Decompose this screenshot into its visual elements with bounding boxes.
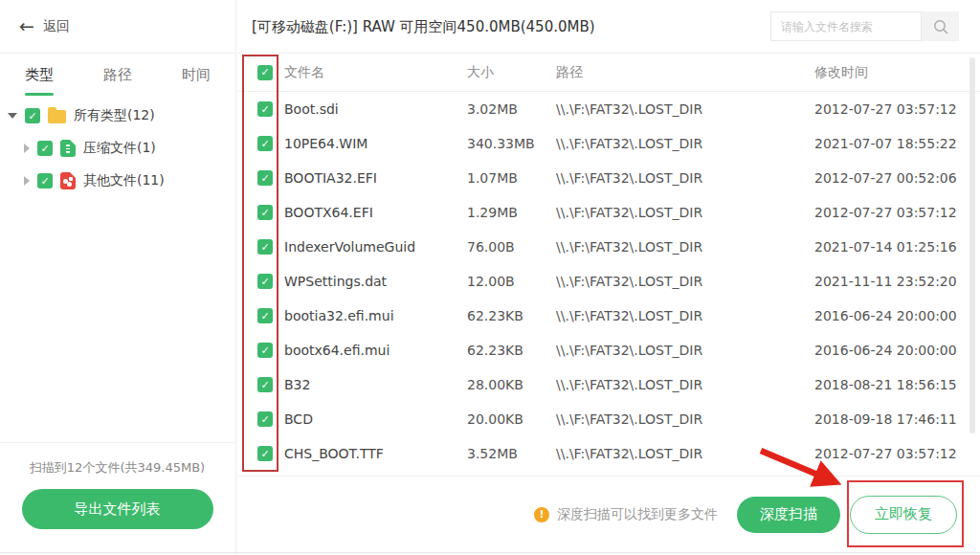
warning-icon: !: [534, 507, 549, 522]
row-checkbox[interactable]: ✓: [257, 239, 273, 255]
file-size-cell: 62.23KB: [467, 308, 556, 323]
recover-now-button[interactable]: 立即恢复: [850, 496, 957, 534]
file-modified-cell: 2012-07-27 03:57:12: [814, 205, 980, 220]
file-path-cell: \\.\F:\FAT32\.LOST_DIR: [556, 377, 814, 392]
search-button[interactable]: [922, 11, 959, 41]
table-row[interactable]: ✓ B32 28.00KB \\.\F:\FAT32\.LOST_DIR 201…: [237, 367, 980, 402]
file-size-cell: 28.00KB: [467, 377, 556, 392]
column-header-filename: 文件名: [284, 64, 467, 81]
row-checkbox[interactable]: ✓: [257, 205, 273, 220]
file-size-cell: 3.02MB: [467, 101, 556, 117]
file-name-cell: BOOTIA32.EFI: [284, 170, 467, 186]
table-row[interactable]: ✓ BCD 20.00KB \\.\F:\FAT32\.LOST_DIR 201…: [237, 402, 980, 436]
column-header-path: 路径: [556, 64, 814, 81]
file-name-cell: Boot.sdi: [284, 101, 467, 117]
tree-item-label: 压缩文件(1): [83, 140, 156, 157]
folder-icon: [48, 110, 66, 123]
file-path-cell: \\.\F:\FAT32\.LOST_DIR: [556, 274, 814, 289]
row-checkbox[interactable]: ✓: [257, 411, 273, 427]
window-bottom-edge: [0, 552, 980, 553]
table-row[interactable]: ✓ bootia32.efi.mui 62.23KB \\.\F:\FAT32\…: [237, 299, 980, 333]
column-header-modified: 修改时间: [814, 64, 980, 81]
tab-time[interactable]: 时间: [157, 54, 235, 98]
file-name-cell: bootia32.efi.mui: [284, 308, 467, 323]
back-button[interactable]: ← 返回: [0, 0, 235, 54]
table-row[interactable]: ✓ WPSettings.dat 12.00B \\.\F:\FAT32\.LO…: [237, 264, 980, 299]
expand-collapse-icon[interactable]: [8, 113, 17, 119]
tree-item-other-files[interactable]: ✓ 其他文件(11): [0, 165, 235, 197]
file-size-cell: 62.23KB: [467, 343, 556, 358]
tree-checkbox[interactable]: ✓: [25, 108, 40, 123]
file-modified-cell: 2016-06-24 20:00:00: [814, 343, 980, 358]
file-path-cell: \\.\F:\FAT32\.LOST_DIR: [556, 446, 814, 461]
file-size-cell: 3.52MB: [467, 446, 556, 461]
table-row[interactable]: ✓ CHS_BOOT.TTF 3.52MB \\.\F:\FAT32\.LOST…: [237, 436, 980, 471]
file-path-cell: \\.\F:\FAT32\.LOST_DIR: [556, 170, 814, 186]
expand-collapse-icon[interactable]: [24, 144, 30, 153]
file-modified-cell: 2018-08-21 18:56:15: [814, 377, 980, 392]
back-arrow-icon: ←: [19, 17, 34, 35]
row-checkbox[interactable]: ✓: [257, 274, 273, 289]
file-name-cell: bootx64.efi.mui: [284, 343, 467, 358]
tree-checkbox[interactable]: ✓: [37, 141, 53, 156]
table-body: ✓ Boot.sdi 3.02MB \\.\F:\FAT32\.LOST_DIR…: [237, 92, 980, 471]
table-scrollbar[interactable]: [969, 57, 975, 433]
sidebar-footer: 扫描到12个文件(共349.45MB) 导出文件列表: [0, 442, 234, 555]
file-path-cell: \\.\F:\FAT32\.LOST_DIR: [556, 411, 814, 427]
tab-path[interactable]: 路径: [78, 54, 157, 98]
table-header: ✓ 文件名 大小 路径 修改时间: [237, 54, 980, 92]
file-path-cell: \\.\F:\FAT32\.LOST_DIR: [556, 205, 814, 220]
sidebar-tabs: 类型 路径 时间: [0, 54, 235, 98]
file-modified-cell: 2012-07-27 03:57:12: [814, 446, 980, 461]
file-size-cell: 1.07MB: [467, 170, 556, 186]
file-size-cell: 12.00B: [467, 274, 556, 289]
tree-item-label: 所有类型(12): [74, 107, 155, 124]
deep-scan-hint: 深度扫描可以找到更多文件: [557, 506, 718, 523]
sidebar: ← 返回 类型 路径 时间 ✓ 所有类型(12) ✓ 压缩文件(1) ✓: [0, 0, 236, 555]
file-modified-cell: 2018-09-18 17:46:11: [814, 411, 980, 427]
row-checkbox[interactable]: ✓: [257, 377, 273, 392]
tree-item-all-types[interactable]: ✓ 所有类型(12): [0, 100, 235, 132]
file-size-cell: 340.33MB: [467, 136, 556, 151]
tree-item-label: 其他文件(11): [83, 172, 165, 189]
row-checkbox[interactable]: ✓: [257, 308, 273, 323]
search-box: [770, 11, 959, 41]
file-size-cell: 76.00B: [467, 239, 556, 255]
search-input[interactable]: [770, 11, 922, 41]
drive-title: [可移动磁盘(F:)] RAW 可用空间450.0MB(450.0MB): [252, 17, 595, 35]
file-name-cell: B32: [284, 377, 467, 392]
deep-scan-button[interactable]: 深度扫描: [737, 497, 840, 533]
archive-file-icon: [60, 140, 76, 157]
file-modified-cell: 2016-06-24 20:00:00: [814, 308, 980, 323]
scan-statistics: 扫描到12个文件(共349.45MB): [0, 459, 234, 477]
select-all-checkbox[interactable]: ✓: [257, 65, 273, 80]
expand-collapse-icon[interactable]: [24, 176, 30, 186]
back-label: 返回: [43, 18, 70, 35]
file-name-cell: 10PE64.WIM: [284, 136, 467, 151]
file-name-cell: BOOTX64.EFI: [284, 205, 467, 220]
main-panel: [可移动磁盘(F:)] RAW 可用空间450.0MB(450.0MB) ✓ 文…: [237, 0, 980, 555]
table-row[interactable]: ✓ BOOTX64.EFI 1.29MB \\.\F:\FAT32\.LOST_…: [237, 195, 980, 230]
file-path-cell: \\.\F:\FAT32\.LOST_DIR: [556, 239, 814, 255]
tree-checkbox[interactable]: ✓: [37, 173, 53, 189]
row-checkbox[interactable]: ✓: [257, 343, 273, 358]
tab-type[interactable]: 类型: [0, 54, 78, 98]
row-checkbox[interactable]: ✓: [257, 170, 273, 186]
row-checkbox[interactable]: ✓: [257, 136, 273, 151]
table-row[interactable]: ✓ BOOTIA32.EFI 1.07MB \\.\F:\FAT32\.LOST…: [237, 161, 980, 195]
table-row[interactable]: ✓ 10PE64.WIM 340.33MB \\.\F:\FAT32\.LOST…: [237, 126, 980, 161]
row-checkbox[interactable]: ✓: [257, 101, 273, 117]
search-icon: [932, 18, 949, 35]
table-row[interactable]: ✓ IndexerVolumeGuid 76.00B \\.\F:\FAT32\…: [237, 230, 980, 264]
file-size-cell: 20.00KB: [467, 411, 556, 427]
file-name-cell: IndexerVolumeGuid: [284, 239, 467, 255]
topbar: [可移动磁盘(F:)] RAW 可用空间450.0MB(450.0MB): [237, 0, 980, 54]
file-modified-cell: 2021-07-14 01:25:16: [814, 239, 980, 255]
file-name-cell: CHS_BOOT.TTF: [284, 446, 467, 461]
table-row[interactable]: ✓ bootx64.efi.mui 62.23KB \\.\F:\FAT32\.…: [237, 333, 980, 367]
export-file-list-button[interactable]: 导出文件列表: [22, 489, 213, 529]
row-checkbox[interactable]: ✓: [257, 446, 273, 461]
table-row[interactable]: ✓ Boot.sdi 3.02MB \\.\F:\FAT32\.LOST_DIR…: [237, 92, 980, 126]
file-modified-cell: 2021-11-11 23:52:20: [814, 274, 980, 289]
tree-item-archive-files[interactable]: ✓ 压缩文件(1): [0, 132, 235, 165]
